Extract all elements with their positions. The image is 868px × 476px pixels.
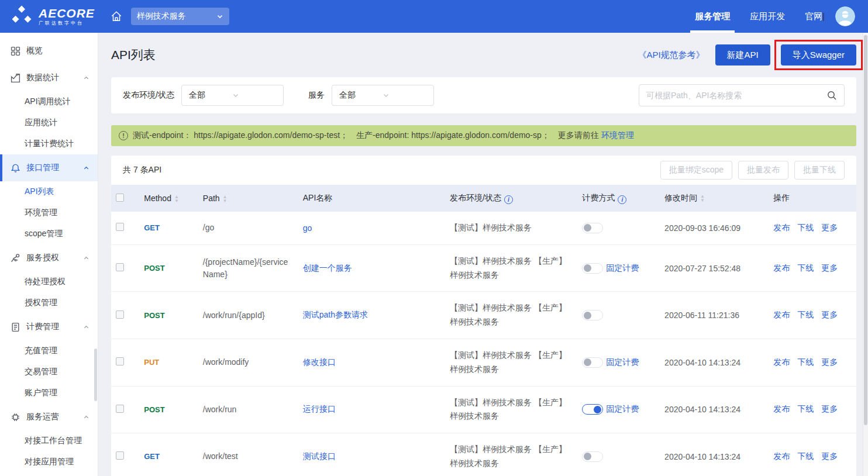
action-link[interactable]: 下线 [797,263,814,273]
info-icon[interactable]: i [618,195,626,204]
billing-toggle[interactable] [582,357,603,368]
search-icon[interactable] [826,90,837,101]
sort-icon[interactable]: ▲▼ [700,194,705,202]
sidebar-subitem[interactable]: API调用统计 [0,91,98,112]
chevron-up-icon[interactable] [83,75,89,81]
workspace-selector[interactable]: 样例技术服务 [131,8,229,25]
page-scrollbar[interactable] [863,33,868,476]
batch-button-1[interactable]: 批量绑定scope [660,161,732,180]
api-name-link[interactable]: 运行接口 [303,404,336,413]
column-header: 发布环境/状态i [445,185,577,212]
sidebar-item-overview[interactable]: 概览 [0,37,98,64]
sidebar-scrollbar[interactable] [94,349,97,401]
action-link[interactable]: 下线 [797,310,814,319]
billing-toggle[interactable] [582,451,603,462]
sidebar-subitem[interactable]: 对接应用管理 [0,451,98,472]
sort-icon[interactable]: ▲▼ [223,195,228,203]
sidebar-subitem[interactable]: 对接工作台管理 [0,430,98,451]
sidebar-subitem[interactable]: 授权管理 [0,292,98,313]
topnav-link-2[interactable]: 应用开发 [750,0,785,33]
sidebar-subitem[interactable]: 应用统计 [0,112,98,133]
user-avatar[interactable] [835,6,855,26]
search-input[interactable] [646,91,826,100]
topnav-link-3[interactable]: 官网 [805,0,822,33]
sidebar-menu: 概览数据统计API调用统计应用统计计量计费统计接口管理API列表环境管理scop… [0,37,98,476]
info-icon[interactable]: i [504,195,513,204]
api-name-link[interactable]: 创建一个服务 [303,263,352,273]
api-name-link[interactable]: 修改接口 [303,357,336,367]
action-link[interactable]: 下线 [797,404,814,413]
row-checkbox[interactable] [116,223,124,231]
action-link[interactable]: 发布 [773,223,790,232]
home-icon[interactable] [110,10,123,23]
row-checkbox[interactable] [116,311,124,319]
sidebar-item-billing-manage[interactable]: 计费管理 [0,313,98,340]
sidebar-item-service-ops[interactable]: 服务运营 [0,403,98,430]
action-link[interactable]: 发布 [773,404,790,413]
page-header: API列表 《API规范参考》 新建API 导入Swagger [111,33,856,77]
row-checkbox[interactable] [116,405,124,413]
sidebar-item-api-manage[interactable]: 接口管理 [0,154,98,181]
action-link[interactable]: 发布 [773,451,790,461]
chevron-up-icon[interactable] [83,414,89,420]
row-checkbox[interactable] [116,357,124,365]
action-link[interactable]: 发布 [773,357,790,367]
sidebar-subitem[interactable]: API列表 [0,181,98,202]
action-link[interactable]: 更多 [821,451,838,461]
chevron-up-icon[interactable] [83,165,89,171]
billing-toggle[interactable] [582,223,603,233]
path-cell: /work/run [198,386,298,433]
nav-divider: | [822,0,825,33]
sidebar-subitem[interactable]: 环境管理 [0,202,98,223]
import-swagger-button[interactable]: 导入Swagger [781,44,856,65]
api-name-link[interactable]: 测试path参数请求 [303,310,368,319]
sidebar-item-service-auth[interactable]: 服务授权 [0,244,98,271]
billing-toggle[interactable] [582,310,603,320]
sidebar-subitem[interactable]: scope管理 [0,223,98,244]
action-link[interactable]: 更多 [821,263,838,273]
sidebar-subitem[interactable]: 交易管理 [0,361,98,382]
env-manage-link[interactable]: 环境管理 [601,130,634,141]
scrollbar-thumb[interactable] [864,35,867,425]
sidebar-subitem[interactable]: 充值管理 [0,340,98,361]
brand-logo[interactable]: AECORE 广联达数字中台 [11,5,95,27]
action-link[interactable]: 发布 [773,263,790,273]
action-link[interactable]: 下线 [797,223,814,232]
chevron-up-icon[interactable] [83,324,89,330]
row-checkbox[interactable] [116,451,124,460]
env-filter-select[interactable]: 全部 [181,85,284,106]
action-link[interactable]: 下线 [797,357,814,367]
env-filter-label: 发布环境/状态 [123,90,174,101]
service-filter-select[interactable]: 全部 [332,85,434,106]
brand-name: AECORE [39,7,95,19]
sidebar-subitem[interactable]: 账户管理 [0,382,98,403]
action-link[interactable]: 发布 [773,310,790,319]
sidebar-subitem[interactable]: 开发者管理 [0,472,98,476]
data-stats-icon [11,73,21,83]
select-all-checkbox[interactable] [116,194,124,202]
api-spec-reference-link[interactable]: 《API规范参考》 [638,50,704,61]
row-checkbox[interactable] [116,263,124,271]
batch-button-2[interactable]: 批量发布 [738,161,788,180]
api-name-link[interactable]: go [303,223,312,233]
action-link[interactable]: 下线 [797,451,814,461]
sidebar-subitem[interactable]: 计量计费统计 [0,133,98,154]
billing-toggle[interactable] [582,404,603,415]
billing-label: 固定计费 [606,357,639,368]
sidebar: 概览数据统计API调用统计应用统计计量计费统计接口管理API列表环境管理scop… [0,33,98,476]
new-api-button[interactable]: 新建API [715,44,770,65]
table-row: POST/work/run/{appId}测试path参数请求【测试】样例技术服… [111,292,856,339]
sort-icon[interactable]: ▲▼ [174,195,179,203]
billing-toggle[interactable] [582,263,603,274]
chevron-up-icon[interactable] [83,255,89,261]
action-link[interactable]: 更多 [821,223,838,232]
action-link[interactable]: 更多 [821,310,838,319]
api-name-link[interactable]: 测试接口 [303,451,336,461]
action-link[interactable]: 更多 [821,357,838,367]
action-link[interactable]: 更多 [821,404,838,413]
sidebar-item-data-stats[interactable]: 数据统计 [0,64,98,91]
billing-manage-icon [11,322,21,332]
sidebar-subitem[interactable]: 待处理授权 [0,271,98,292]
batch-button-3[interactable]: 批量下线 [794,161,845,180]
topnav-link-1[interactable]: 服务管理 [695,0,730,33]
